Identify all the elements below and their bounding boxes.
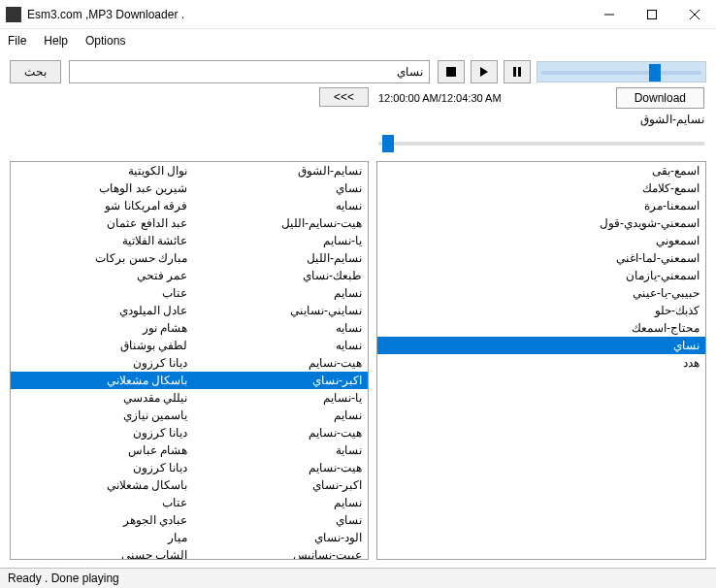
download-button[interactable]: Download bbox=[616, 87, 704, 109]
result-row[interactable]: هيت-نسايمديانا كرزون bbox=[11, 354, 368, 372]
result-title: نساي bbox=[187, 180, 362, 197]
stop-button[interactable] bbox=[438, 60, 465, 83]
result-title: نسايم-الشوق bbox=[187, 162, 362, 180]
position-slider[interactable] bbox=[378, 134, 704, 153]
result-artist: ميار bbox=[16, 529, 187, 546]
track-row[interactable]: كذبك-حلو bbox=[377, 302, 705, 319]
result-artist: هشام نور bbox=[16, 319, 187, 337]
player-controls bbox=[438, 60, 706, 83]
statusbar: Ready . Done playing bbox=[0, 568, 716, 588]
result-artist: باسكال مشعلاني bbox=[16, 372, 187, 389]
result-row[interactable]: نسايم-الليلمبارك حسن بركات bbox=[11, 249, 368, 267]
track-row[interactable]: اسمع-بقى bbox=[377, 162, 705, 180]
titlebar: Esm3.com ,MP3 Downloader . bbox=[0, 0, 716, 29]
result-row[interactable]: نسايمعتاب bbox=[11, 494, 368, 511]
result-title: هيت-نسايم bbox=[187, 354, 362, 372]
result-title: نسايم-الليل bbox=[187, 249, 362, 267]
result-artist: عبادي الجوهر bbox=[16, 511, 187, 529]
result-title: هيت-نسايم bbox=[187, 459, 362, 476]
result-title: يا-نسايم bbox=[187, 389, 362, 407]
result-artist: الشاب حسني bbox=[16, 546, 187, 560]
track-row[interactable]: اسمعني-يازمان bbox=[377, 267, 705, 284]
pause-button[interactable] bbox=[504, 60, 531, 83]
content-area: نسايم-الشوقنوال الكويتيةنسايشيرين عبد ال… bbox=[0, 161, 716, 568]
svg-marker-5 bbox=[480, 67, 488, 77]
result-title: الود-نساي bbox=[187, 529, 362, 546]
track-row[interactable]: حبيبي-يا-عيني bbox=[377, 284, 705, 302]
result-row[interactable]: نسايني-نساينيعادل الميلودي bbox=[11, 302, 368, 319]
result-row[interactable]: نسايةهشام عباس bbox=[11, 441, 368, 459]
result-artist: مبارك حسن بركات bbox=[16, 249, 187, 267]
play-button[interactable] bbox=[471, 60, 498, 83]
menu-file[interactable]: File bbox=[8, 34, 26, 48]
track-row[interactable]: اسمعني-لما-اغني bbox=[377, 249, 705, 267]
result-artist: ديانا كرزون bbox=[16, 354, 187, 372]
result-row[interactable]: عييت-نسانيسالشاب حسني bbox=[11, 546, 368, 560]
search-results-list[interactable]: نسايم-الشوقنوال الكويتيةنسايشيرين عبد ال… bbox=[10, 161, 369, 560]
result-row[interactable]: نسايمعتاب bbox=[11, 284, 368, 302]
result-row[interactable]: طبعك-نسايعمر فتحي bbox=[11, 267, 368, 284]
result-title: نسايه bbox=[187, 197, 362, 214]
result-row[interactable]: يا-نسايمعائشة الفلاتية bbox=[11, 232, 368, 249]
search-input[interactable] bbox=[69, 60, 430, 83]
result-title: هيت-نسايم bbox=[187, 424, 362, 441]
result-artist: عتاب bbox=[16, 494, 187, 511]
track-row[interactable]: اسمعوني bbox=[377, 232, 705, 249]
result-row[interactable]: اكبر-نسايباسكال مشعلاني bbox=[11, 372, 368, 389]
close-button[interactable] bbox=[673, 0, 716, 29]
svg-rect-6 bbox=[513, 67, 516, 77]
result-title: اكبر-نساي bbox=[187, 476, 362, 494]
result-row[interactable]: نسايههشام نور bbox=[11, 319, 368, 337]
menubar: File Help Options bbox=[0, 29, 716, 52]
result-row[interactable]: هيت-نسايمديانا كرزون bbox=[11, 459, 368, 476]
maximize-button[interactable] bbox=[631, 0, 673, 29]
track-row[interactable]: اسمعنا-مرة bbox=[377, 197, 705, 214]
menu-help[interactable]: Help bbox=[44, 34, 68, 48]
track-list[interactable]: اسمع-بقىاسمع-كلامكاسمعنا-مرةاسمعني-شويدي… bbox=[376, 161, 706, 560]
track-row[interactable]: نساي bbox=[377, 337, 705, 354]
menu-options[interactable]: Options bbox=[85, 34, 125, 48]
result-title: اكبر-نساي bbox=[187, 372, 362, 389]
result-row[interactable]: نسايشيرين عبد الوهاب bbox=[11, 180, 368, 197]
result-artist: عبد الدافع عثمان bbox=[16, 214, 187, 232]
now-playing-track: نسايم-الشوق bbox=[378, 113, 704, 126]
svg-rect-7 bbox=[518, 67, 521, 77]
result-row[interactable]: الود-نسايميار bbox=[11, 529, 368, 546]
result-row[interactable]: نسايهفرقه امريكانا شو bbox=[11, 197, 368, 214]
minimize-button[interactable] bbox=[588, 0, 631, 29]
result-row[interactable]: هيت-نسايمديانا كرزون bbox=[11, 424, 368, 441]
search-button[interactable]: بحث bbox=[10, 60, 61, 83]
result-title: نسايم bbox=[187, 284, 362, 302]
result-artist: ياسمين نيازي bbox=[16, 407, 187, 424]
result-title: نسايه bbox=[187, 337, 362, 354]
svg-rect-4 bbox=[446, 67, 456, 77]
result-title: نساي bbox=[187, 511, 362, 529]
result-row[interactable]: نسايعبادي الجوهر bbox=[11, 511, 368, 529]
result-artist: باسكال مشعلاني bbox=[16, 476, 187, 494]
track-row[interactable]: محتاج-اسمعك bbox=[377, 319, 705, 337]
result-row[interactable]: هيت-نسايم-الليلعبد الدافع عثمان bbox=[11, 214, 368, 232]
result-row[interactable]: نسايهلطفي بوشناق bbox=[11, 337, 368, 354]
result-title: نسايني-نسايني bbox=[187, 302, 362, 319]
now-playing-row: 12:00:00 AM/12:04:30 AM Download bbox=[376, 87, 706, 109]
result-title: طبعك-نساي bbox=[187, 267, 362, 284]
track-row[interactable]: اسمعني-شويدي-قول bbox=[377, 214, 705, 232]
result-title: نسايم bbox=[187, 494, 362, 511]
volume-slider[interactable] bbox=[537, 61, 706, 82]
back-button[interactable]: <<< bbox=[319, 87, 369, 107]
result-title: نساية bbox=[187, 441, 362, 459]
result-title: يا-نسايم bbox=[187, 232, 362, 249]
result-row[interactable]: نسايمياسمين نيازي bbox=[11, 407, 368, 424]
result-row[interactable]: اكبر-نسايباسكال مشعلاني bbox=[11, 476, 368, 494]
track-row[interactable]: هدد bbox=[377, 354, 705, 372]
result-artist: نوال الكويتية bbox=[16, 162, 187, 180]
result-title: عييت-نسانيس bbox=[187, 546, 362, 560]
result-artist: هشام عباس bbox=[16, 441, 187, 459]
result-row[interactable]: نسايم-الشوقنوال الكويتية bbox=[11, 162, 368, 180]
track-row[interactable]: اسمع-كلامك bbox=[377, 180, 705, 197]
result-artist: فرقه امريكانا شو bbox=[16, 197, 187, 214]
result-artist: شيرين عبد الوهاب bbox=[16, 180, 187, 197]
result-row[interactable]: يا-نسايمنيللي مقدسي bbox=[11, 389, 368, 407]
result-title: نسايم bbox=[187, 407, 362, 424]
result-artist: عتاب bbox=[16, 284, 187, 302]
